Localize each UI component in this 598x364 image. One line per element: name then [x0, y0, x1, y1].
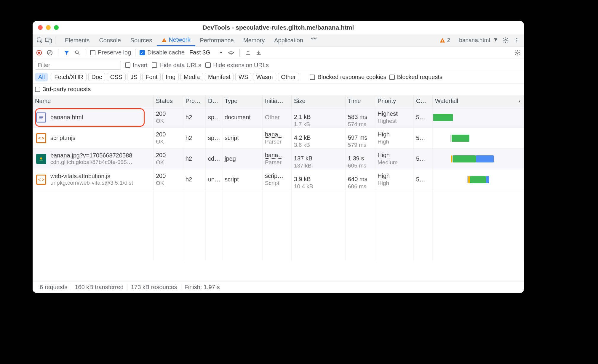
status-resources: 173 kB resources	[127, 284, 181, 291]
context-selector[interactable]: banana.html ▼	[459, 37, 498, 44]
invert-checkbox[interactable]: Invert	[125, 62, 148, 69]
request-name: script.mjs	[50, 135, 75, 141]
panel-tab-console[interactable]: Console	[94, 34, 125, 46]
issues-counter[interactable]: 2	[439, 37, 450, 44]
close-window-button[interactable]	[38, 25, 43, 30]
status-finish: Finish: 1.97 s	[181, 284, 223, 291]
network-settings-icon[interactable]	[513, 49, 522, 57]
hide-extension-urls-checkbox[interactable]: Hide extension URLs	[205, 62, 269, 69]
svg-rect-4	[164, 41, 164, 41]
svg-point-16	[517, 52, 518, 54]
panel-tab-application[interactable]: Application	[269, 34, 308, 46]
svg-point-7	[505, 39, 506, 41]
disable-cache-label: Disable cache	[147, 49, 185, 56]
request-name: web-vitals.attribution.js	[50, 173, 133, 180]
disable-cache-checkbox[interactable]: ✓Disable cache	[140, 49, 185, 56]
svg-rect-3	[164, 39, 164, 41]
table-row[interactable]: < >script.mjs200OKh2sp…scriptbana…Parser…	[33, 128, 524, 149]
table-row[interactable]: banana.html200OKh2sp…documentOther2.1 kB…	[33, 107, 524, 128]
preserve-log-checkbox[interactable]: Preserve log	[90, 49, 131, 56]
throttling-selector[interactable]: Fast 3G ▼	[189, 49, 223, 56]
kebab-menu-icon[interactable]	[513, 36, 521, 44]
panel-tab-network[interactable]: Network	[157, 34, 195, 46]
chip-doc[interactable]: Doc	[88, 73, 105, 81]
third-party-checkbox[interactable]: 3rd-party requests	[35, 86, 91, 93]
chip-wasm[interactable]: Wasm	[253, 73, 276, 81]
svg-rect-2	[49, 39, 52, 43]
column-header[interactable]: Initia…	[263, 95, 292, 107]
waterfall-cell	[433, 107, 524, 128]
svg-point-17	[40, 157, 42, 160]
inspect-element-icon[interactable]	[36, 36, 44, 44]
filter-input[interactable]	[35, 61, 121, 70]
request-name: banana.html	[50, 114, 83, 121]
blocked-cookies-label: Blocked response cookies	[317, 74, 386, 80]
panel-tab-elements[interactable]: Elements	[60, 34, 94, 46]
waterfall-cell	[433, 169, 524, 190]
table-row[interactable]: < >web-vitals.attribution.jsunpkg.com/we…	[33, 169, 524, 190]
vertical-separator	[55, 36, 55, 44]
chip-ws[interactable]: WS	[235, 73, 251, 81]
blocked-cookies-checkbox[interactable]: Blocked response cookies	[310, 74, 386, 80]
column-header[interactable]: C…	[414, 95, 433, 107]
filter-bar: Invert Hide data URLs Hide extension URL…	[33, 59, 524, 71]
vertical-separator	[58, 49, 58, 57]
column-header[interactable]: Pro…	[183, 95, 206, 107]
table-row[interactable]: banana.jpg?v=1705668720588cdn.glitch.glo…	[33, 149, 524, 169]
devtools-window: DevTools - speculative-rules.glitch.me/b…	[33, 21, 524, 293]
import-har-icon[interactable]	[255, 49, 263, 57]
column-header[interactable]: Status	[154, 95, 183, 107]
network-conditions-icon[interactable]	[227, 49, 235, 57]
chip-all[interactable]: All	[35, 73, 48, 81]
request-name: banana.jpg?v=1705668720588	[50, 152, 132, 159]
third-party-label: 3rd-party requests	[43, 86, 91, 93]
script-icon: < >	[36, 133, 46, 143]
minimize-window-button[interactable]	[46, 25, 51, 30]
column-header[interactable]: Time	[346, 95, 375, 107]
request-type-filter: All Fetch/XHR Doc CSS JS Font Img Media …	[33, 71, 524, 83]
chip-img[interactable]: Img	[162, 73, 179, 81]
column-header[interactable]: Priority	[375, 95, 414, 107]
clear-button[interactable]	[46, 49, 54, 57]
column-header[interactable]: D…	[206, 95, 222, 107]
waterfall-cell	[433, 128, 524, 148]
status-requests: 6 requests	[36, 284, 71, 291]
third-party-row: 3rd-party requests	[33, 83, 524, 95]
chip-font[interactable]: Font	[142, 73, 161, 81]
svg-point-15	[231, 54, 231, 55]
svg-point-10	[516, 41, 517, 42]
window-title: DevTools - speculative-rules.glitch.me/b…	[33, 24, 524, 31]
chip-media[interactable]: Media	[180, 73, 203, 81]
column-header[interactable]: Waterfall▲	[433, 95, 524, 107]
column-header[interactable]: Size	[292, 95, 346, 107]
filter-icon[interactable]	[63, 49, 71, 57]
network-table: NameStatusPro…D…TypeInitia…SizeTimePrior…	[33, 95, 524, 261]
vertical-separator	[135, 49, 135, 57]
chip-other[interactable]: Other	[278, 73, 299, 81]
chip-fetchxhr[interactable]: Fetch/XHR	[51, 73, 87, 81]
chip-manifest[interactable]: Manifest	[205, 73, 234, 81]
record-button[interactable]	[35, 49, 43, 57]
blocked-requests-checkbox[interactable]: Blocked requests	[389, 74, 442, 80]
export-har-icon[interactable]	[244, 49, 252, 57]
more-tabs-icon[interactable]	[310, 34, 318, 43]
svg-point-8	[516, 38, 517, 39]
chip-css[interactable]: CSS	[107, 73, 126, 81]
column-header[interactable]: Name	[33, 95, 154, 107]
search-icon[interactable]	[73, 49, 81, 57]
chip-js[interactable]: JS	[127, 73, 140, 81]
window-titlebar: DevTools - speculative-rules.glitch.me/b…	[33, 21, 524, 34]
column-header[interactable]: Type	[222, 95, 263, 107]
panel-tab-sources[interactable]: Sources	[126, 34, 157, 46]
issues-count: 2	[447, 37, 450, 44]
svg-rect-12	[38, 51, 40, 53]
hide-data-urls-checkbox[interactable]: Hide data URLs	[152, 62, 201, 69]
svg-point-14	[75, 51, 78, 54]
settings-icon[interactable]	[501, 36, 510, 44]
panel-tab-memory[interactable]: Memory	[239, 34, 269, 46]
zoom-window-button[interactable]	[54, 25, 59, 30]
status-bar: 6 requests 160 kB transferred 173 kB res…	[33, 281, 524, 293]
waterfall-cell	[433, 149, 524, 169]
device-toolbar-icon[interactable]	[44, 36, 53, 44]
panel-tab-performance[interactable]: Performance	[195, 34, 239, 46]
